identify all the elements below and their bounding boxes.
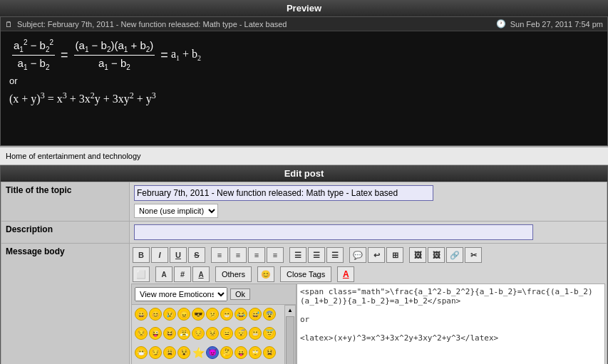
emoticon-25[interactable]: 🤔 bbox=[220, 346, 233, 359]
emoticon-27[interactable]: 🙄 bbox=[249, 346, 262, 359]
list3-button[interactable]: ☰ bbox=[326, 247, 344, 263]
emoticon-20[interactable]: 😇 bbox=[263, 327, 276, 340]
emoticon-5[interactable]: 😎 bbox=[192, 308, 205, 321]
emoticons-select[interactable]: View more Emoticons bbox=[135, 287, 227, 301]
emoticon-17[interactable]: 😑 bbox=[220, 327, 233, 340]
subject-text: Subject: February 7th, 2011 - New functi… bbox=[17, 20, 287, 28]
edit-post-header: Edit post bbox=[1, 165, 607, 182]
undo-button[interactable]: ↩ bbox=[368, 247, 385, 263]
emoticons-scroll-area: 😀 😊 😢 😠 😎 😕 😁 😂 😅 😨 😒 bbox=[132, 305, 296, 364]
desc-label: Description bbox=[1, 222, 130, 244]
equals-1: = bbox=[61, 48, 68, 63]
emoticon-22[interactable]: 😏 bbox=[149, 346, 162, 359]
emoticons-grid: 😀 😊 😢 😠 😎 😕 😁 😂 😅 😨 😒 bbox=[132, 305, 284, 364]
emoticon-13[interactable]: 😆 bbox=[163, 327, 176, 340]
emoticon-blue-1[interactable]: 😈 bbox=[206, 346, 219, 359]
message-cell: B I U S ≡ ≡ ≡ ≡ ☰ ☰ ☰ 💬 ↩ ⊞ bbox=[130, 244, 607, 365]
title-label: Title of the topic bbox=[1, 182, 130, 222]
or-separator: or bbox=[9, 76, 599, 86]
fraction-2: (a1 − b2)(a1 + b2) a1 − b2 bbox=[74, 39, 155, 71]
toolbar-row-1: B I U S ≡ ≡ ≡ ≡ ☰ ☰ ☰ 💬 ↩ ⊞ bbox=[131, 245, 605, 265]
emoticon-28[interactable]: 😫 bbox=[263, 346, 276, 359]
emoticons-scrollbar[interactable]: ▲ ▼ bbox=[284, 305, 296, 364]
emoticon-6[interactable]: 😕 bbox=[206, 308, 219, 321]
emoticon-16[interactable]: 😣 bbox=[206, 327, 219, 340]
message-label: Message body bbox=[1, 244, 130, 365]
edit-post-table: Title of the topic None (use implicit) D… bbox=[1, 182, 607, 364]
align-center-button[interactable]: ≡ bbox=[230, 247, 247, 263]
breadcrumb-text: Home of entertainment and technology bbox=[6, 152, 141, 160]
emoticon-10[interactable]: 😨 bbox=[263, 308, 276, 321]
unlink-button[interactable]: ✂ bbox=[465, 247, 482, 263]
desc-cell bbox=[130, 222, 607, 244]
editor-area: View more Emoticons Ok 😀 😊 😢 😠 bbox=[131, 284, 605, 364]
title-select[interactable]: None (use implicit) bbox=[134, 204, 218, 218]
align-left-button[interactable]: ≡ bbox=[211, 247, 228, 263]
emoticon-21[interactable]: 😷 bbox=[135, 346, 148, 359]
list-button[interactable]: ☰ bbox=[289, 247, 306, 263]
numerator-2: (a1 − b2)(a1 + b2) bbox=[74, 39, 155, 56]
color-button[interactable]: A bbox=[337, 266, 354, 282]
table-button[interactable]: ⊞ bbox=[386, 247, 403, 263]
emoticon-3[interactable]: 😢 bbox=[163, 308, 176, 321]
result-1: a1 + b2 bbox=[171, 48, 201, 62]
emoticon-24[interactable]: 😵 bbox=[177, 346, 190, 359]
preview-content: a12 − b22 a1 − b2 = (a1 − b2)(a1 + b2) a… bbox=[1, 31, 607, 145]
emoticon-19[interactable]: 😬 bbox=[249, 327, 262, 340]
code-button[interactable]: ⬜ bbox=[133, 266, 150, 282]
denominator-2: a1 − b2 bbox=[97, 56, 132, 71]
list2-button[interactable]: ☰ bbox=[308, 247, 325, 263]
title-input[interactable] bbox=[134, 185, 433, 201]
font-button[interactable]: A bbox=[155, 266, 172, 282]
preview-subject-bar: 🗒 Subject: February 7th, 2011 - New func… bbox=[1, 17, 607, 31]
emoticon-12[interactable]: 😜 bbox=[149, 327, 162, 340]
emoticon-9[interactable]: 😅 bbox=[249, 308, 262, 321]
emoticon-star[interactable]: ⭐ bbox=[192, 346, 205, 359]
preview-section: Preview 🗒 Subject: February 7th, 2011 - … bbox=[0, 0, 608, 146]
emoticon-4[interactable]: 😠 bbox=[177, 308, 190, 321]
emoticon-11[interactable]: 😒 bbox=[135, 327, 148, 340]
emoticon-8[interactable]: 😂 bbox=[235, 308, 247, 321]
message-body-row: Message body B I U S ≡ ≡ ≡ ≡ ☰ ☰ ☰ bbox=[1, 244, 607, 365]
emoticon-1[interactable]: 😀 bbox=[135, 308, 148, 321]
toolbar-row-2: ⬜ A # A Others 😊 Close Tags A bbox=[131, 265, 605, 284]
equals-2: = bbox=[160, 48, 168, 63]
emoticon-14[interactable]: 😤 bbox=[177, 327, 190, 340]
align-right-button[interactable]: ≡ bbox=[248, 247, 265, 263]
hash-button[interactable]: # bbox=[174, 266, 191, 282]
strikethrough-button[interactable]: S bbox=[188, 247, 205, 263]
italic-button[interactable]: I bbox=[151, 247, 168, 263]
edit-post-section: Edit post Title of the topic None (use i… bbox=[0, 165, 608, 364]
img-button[interactable]: 🖼 bbox=[409, 247, 426, 263]
emoticons-ok-button[interactable]: Ok bbox=[230, 288, 250, 300]
date-icon: 🕐 bbox=[496, 19, 506, 28]
justify-button[interactable]: ≡ bbox=[267, 247, 284, 263]
desc-input[interactable] bbox=[134, 224, 533, 240]
emoticon-2[interactable]: 😊 bbox=[149, 308, 162, 321]
close-tags-button[interactable]: Close Tags bbox=[280, 266, 331, 282]
message-textarea[interactable] bbox=[297, 284, 605, 364]
numerator-1: a12 − b22 bbox=[12, 38, 55, 56]
emoticon-26[interactable]: 😛 bbox=[235, 346, 247, 359]
underline-button[interactable]: U bbox=[170, 247, 187, 263]
link-button[interactable]: 🔗 bbox=[446, 247, 463, 263]
quote-button[interactable]: 💬 bbox=[349, 247, 366, 263]
emoticon-15[interactable]: 😔 bbox=[192, 327, 205, 340]
denominator-1: a1 − b2 bbox=[16, 56, 51, 71]
bold-button[interactable]: B bbox=[133, 247, 150, 263]
emoticons-panel: View more Emoticons Ok 😀 😊 😢 😠 bbox=[131, 284, 297, 364]
description-row: Description bbox=[1, 222, 607, 244]
others-button[interactable]: Others bbox=[215, 266, 252, 282]
scroll-thumb bbox=[286, 316, 294, 364]
emoticon-7[interactable]: 😁 bbox=[220, 308, 233, 321]
img2-button[interactable]: 🖼 bbox=[428, 247, 445, 263]
scroll-up[interactable]: ▲ bbox=[286, 306, 294, 315]
preview-header: Preview bbox=[0, 0, 608, 16]
emoticon-23[interactable]: 😩 bbox=[163, 346, 176, 359]
emoticon-18[interactable]: 😴 bbox=[235, 327, 247, 340]
title-cell: None (use implicit) bbox=[130, 182, 607, 222]
smiley-button[interactable]: 😊 bbox=[257, 266, 274, 282]
emoticons-header: View more Emoticons Ok bbox=[132, 284, 296, 305]
font2-button[interactable]: A bbox=[192, 266, 210, 282]
forum-breadcrumb: Home of entertainment and technology bbox=[0, 146, 608, 165]
